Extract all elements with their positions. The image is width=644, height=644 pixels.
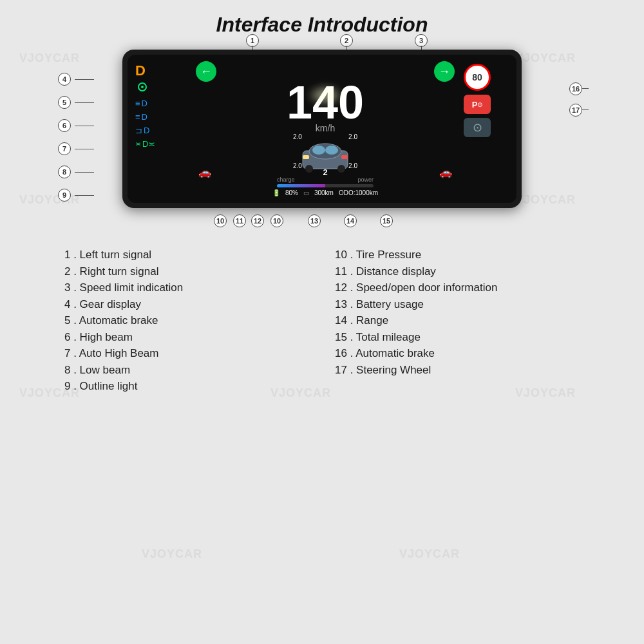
charge-bar-fill [277,184,325,187]
speed-unit: km/h [192,123,459,133]
annot-line-9 [75,195,94,196]
svg-point-9 [325,146,338,155]
headlight-glow [309,86,341,105]
annot-6: 6 [58,119,71,132]
annot-line-7 [75,149,94,149]
svg-point-1 [141,86,144,88]
feature-9: 9 . Outline light [64,378,309,395]
bottom-status-row: 🔋 80% ▭ 300km ODO:1000km [192,189,459,196]
feature-7: 7 . Auto High Beam [64,345,309,362]
page-title: Interface Introduction [26,13,618,37]
battery-pct: 80% [285,189,298,196]
right-feature-col: 10 . Tire Pressure 11 . Distance display… [335,247,580,395]
feature-13: 13 . Battery usage [335,296,580,313]
svg-rect-7 [341,155,348,159]
page-content: Interface Introduction 1 2 3 4 [0,0,644,408]
annot-11: 11 [233,214,246,227]
auto-high-beam-indicator: ≡D [135,112,187,122]
annot-line-4 [75,79,94,80]
speed-limit-badge: 80 [464,64,491,91]
right-door-icon: 🚗 [439,166,452,178]
dashboard: D ≡D ≡D ⊐D [122,50,522,208]
battery-icon: 🔋 [272,189,280,196]
dashboard-inner: D ≡D ≡D ⊐D [128,55,516,203]
annot-4: 4 [58,73,71,86]
charge-power-labels: charge power [277,176,374,183]
annot-9: 9 [58,189,71,202]
feature-8: 8 . Low beam [64,362,309,379]
feature-5: 5 . Automatic brake [64,312,309,329]
annot-12: 12 [251,214,264,227]
feature-11: 11 . Distance display [335,263,580,280]
gear-indicator: D [135,64,187,78]
feature-15: 15 . Total mileage [335,329,580,346]
range-value: 300km [314,189,334,196]
svg-rect-6 [303,155,309,159]
high-beam-indicator: ≡D [135,99,187,108]
annot-14: 14 [344,214,357,227]
annot-10a: 10 [214,214,227,227]
annot-17: 17 [569,104,582,117]
auto-brake-indicator [135,82,187,95]
charge-bar [277,184,374,187]
left-indicators: D ≡D ≡D ⊐D [135,61,187,196]
left-turn-signal: ← [196,61,216,82]
annot-1: 1 [246,34,259,47]
annot-line-5 [75,102,94,103]
right-turn-signal: → [434,61,455,82]
svg-point-8 [312,146,325,155]
distance-number: 2 [323,167,327,177]
feature-16: 16 . Automatic brake [335,345,580,362]
feature-17: 17 . Steering Wheel [335,362,580,379]
left-feature-col: 1 . Left turn signal 2 . Right turn sign… [64,247,309,395]
left-annotations: 4 5 6 7 8 [58,62,94,202]
feature-4: 4 . Gear display [64,296,309,313]
odo-value: ODO:1000km [339,189,378,196]
annot-5: 5 [58,96,71,109]
low-beam-indicator: ⊐D [135,126,187,135]
annot-3: 3 [415,34,428,47]
annot-7: 7 [58,142,71,155]
annot-line-8 [75,172,94,173]
feature-6: 6 . High beam [64,329,309,346]
feature-2: 2 . Right turn signal [64,263,309,280]
charge-bar-container: charge power [277,176,374,187]
annot-line-6 [75,126,94,126]
dashboard-section: 1 2 3 4 5 [26,50,618,208]
right-panel: 80 P ⊙ ⊙ [464,61,509,196]
steering-badge: ⊙ [464,118,491,137]
feature-10: 10 . Tire Pressure [335,247,580,263]
left-door-icon: 🚗 [198,166,211,178]
outline-light-indicator: ≍D≍ [135,139,187,149]
feature-3: 3 . Speed limit indication [64,279,309,296]
feature-14: 14 . Range [335,312,580,329]
parking-badge: P ⊙ [464,95,491,114]
annot-8: 8 [58,166,71,178]
feature-12: 12 . Speed/open door information [335,279,580,296]
feature-1: 1 . Left turn signal [64,247,309,263]
annot-16: 16 [569,82,582,95]
range-icon: ▭ [303,189,309,196]
features-section: 1 . Left turn signal 2 . Right turn sign… [26,247,618,395]
annot-2: 2 [340,34,353,47]
right-annotations: 16 17 [569,88,589,110]
annot-10b: 10 [270,214,283,227]
annot-15: 15 [380,214,393,227]
annot-13: 13 [308,214,321,227]
center-panel: ← → 140 km/h [192,61,459,196]
